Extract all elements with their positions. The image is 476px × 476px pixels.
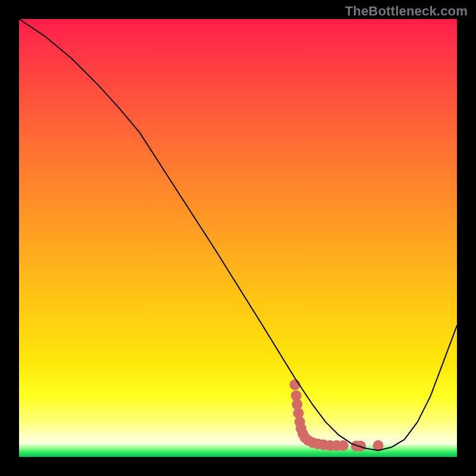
plot-svg bbox=[19, 19, 457, 457]
highlight-dot bbox=[338, 440, 349, 451]
plot-area bbox=[19, 19, 457, 457]
watermark-text: TheBottleneck.com bbox=[345, 4, 468, 19]
chart-container: TheBottleneck.com bbox=[0, 0, 476, 476]
highlight-dots-group bbox=[290, 380, 384, 452]
curve-path bbox=[19, 19, 457, 450]
